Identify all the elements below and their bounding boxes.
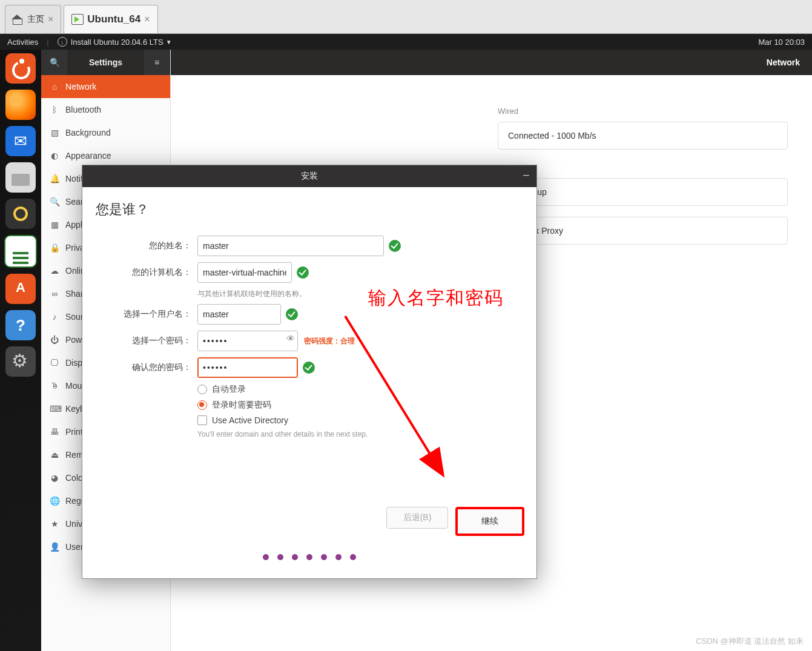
active-directory-label: Use Active Directory [212,415,288,425]
thunderbird-icon[interactable]: ✉ [5,126,36,156]
auto-login-label: 自动登录 [212,384,246,395]
check-icon [297,266,309,279]
require-password-label: 登录时需要密码 [212,400,271,411]
check-icon [389,240,401,252]
vm-tab-home-label: 主页 [27,14,44,25]
radio-checked-icon [197,400,207,410]
continue-button-label: 继续 [481,516,498,527]
wired-section-label: Wired [498,107,788,116]
sidebar-item-icon: ⌨ [50,404,59,414]
sidebar-item-label: Network [65,82,96,91]
password-label: 选择一个密码： [94,335,191,346]
active-directory-hint: You'll enter domain and other details in… [197,430,524,438]
vm-tab-bar: 主页 × Ubuntu_64 × [0,0,812,34]
installer-window: 安装 – 您是谁？ 您的姓名： 您的计算机名： 与其他计算机联络时使用的名称。 … [82,165,537,579]
require-password-radio[interactable]: 登录时需要密码 [197,400,524,411]
hostname-label: 您的计算机名： [94,267,191,278]
sidebar-item-icon: ▧ [50,128,59,137]
firefox-icon[interactable] [5,90,36,120]
ubuntu-logo-icon[interactable] [5,53,36,84]
installer-title: 安装 [301,171,318,182]
check-icon [303,362,315,374]
network-proxy-card[interactable]: Network Proxy [498,217,788,245]
chevron-down-icon[interactable]: ▼ [166,39,172,45]
vm-tab-ubuntu[interactable]: Ubuntu_64 × [64,5,157,33]
vpn-card[interactable]: Not set up [498,178,788,206]
sidebar-item-icon: ᛒ [50,105,59,114]
sidebar-item-icon: 🖶 [50,427,59,437]
sidebar-item-icon: ⌂ [50,82,59,91]
topbar-clock[interactable]: Mar 10 20:03 [758,38,805,47]
sidebar-item-icon: 🔍 [50,197,59,207]
name-input[interactable] [197,236,384,256]
sidebar-item-appearance[interactable]: ◐Appearance [41,144,170,167]
back-button-label: 后退(B) [403,512,432,523]
back-button[interactable]: 后退(B) [386,507,448,529]
settings-icon[interactable] [5,346,36,377]
topbar-app-label[interactable]: Install Ubuntu 20.04.6 LTS [71,38,163,47]
sidebar-item-icon: 🔔 [50,174,59,183]
progress-dots [82,554,536,560]
active-directory-checkbox[interactable]: Use Active Directory [197,415,524,425]
sidebar-item-icon: 🔒 [50,243,59,253]
sidebar-item-icon: ☁ [50,266,59,276]
eye-icon[interactable]: 👁 [286,334,295,343]
gnome-top-bar: Activities | ↓ Install Ubuntu 20.04.6 LT… [0,34,812,50]
password-input[interactable] [197,331,298,351]
sidebar-item-label: Background [65,128,111,137]
ubuntu-software-icon[interactable] [5,274,36,304]
confirm-password-input[interactable] [197,357,298,378]
search-button[interactable]: 🔍 [41,50,68,75]
username-label: 选择一个用户名： [94,309,191,320]
wired-status: Connected - 1000 Mb/s [508,131,596,140]
hamburger-button[interactable]: ≡ [143,50,170,75]
installer-titlebar[interactable]: 安装 – [82,165,536,187]
sidebar-item-icon: ◕ [50,473,59,483]
name-label: 您的姓名： [94,240,191,251]
wired-card[interactable]: Connected - 1000 Mb/s [498,122,788,150]
confirm-password-label: 确认您的密码： [94,362,191,373]
sidebar-item-icon: ◐ [50,151,59,160]
settings-content-title: Network [171,50,812,75]
sidebar-item-icon: ♪ [50,312,59,322]
sidebar-item-icon: ★ [50,519,59,529]
radio-icon [197,385,207,394]
sidebar-item-background[interactable]: ▧Background [41,121,170,144]
sidebar-item-icon: 🖵 [50,358,59,368]
check-icon [286,308,298,320]
sidebar-item-bluetooth[interactable]: ᛒBluetooth [41,98,170,121]
sidebar-item-label: Appearance [65,151,111,160]
rhythmbox-icon[interactable] [5,199,36,229]
hostname-hint: 与其他计算机联络时使用的名称。 [197,289,524,299]
desktop: ✉ 🔍 Settings ≡ ⌂NetworkᛒBluetooth▧Backgr… [0,50,812,651]
sidebar-item-icon: ⏻ [50,335,59,345]
vm-play-icon [71,14,84,25]
libreoffice-icon[interactable] [4,235,37,268]
watermark: CSDN @神即道 道法自然 如来 [696,636,804,647]
ubuntu-dock: ✉ [0,50,41,651]
username-input[interactable] [197,304,281,325]
sidebar-item-icon: ∞ [50,289,59,299]
close-icon[interactable]: × [48,14,53,25]
vm-tab-ubuntu-label: Ubuntu_64 [87,13,140,25]
files-icon[interactable] [5,162,36,193]
hostname-input[interactable] [197,262,292,283]
auto-login-radio[interactable]: 自动登录 [197,384,524,395]
password-strength: 密码强度：合理 [304,336,355,346]
vm-tab-home[interactable]: 主页 × [5,5,61,33]
sidebar-item-icon: ▦ [50,220,59,230]
checkbox-icon [197,415,207,425]
sidebar-item-network[interactable]: ⌂Network [41,75,170,98]
settings-sidebar-header: 🔍 Settings ≡ [41,50,170,75]
installer-heading: 您是谁？ [96,200,524,219]
settings-title: Settings [68,58,143,67]
activities-button[interactable]: Activities [7,38,38,47]
sidebar-item-label: Bluetooth [65,105,101,114]
install-icon: ↓ [58,37,67,47]
minimize-icon[interactable]: – [523,171,529,177]
help-icon[interactable] [5,310,36,340]
sidebar-item-icon: 🖰 [50,381,59,391]
continue-button[interactable]: 继续 [455,507,524,536]
vpn-section-label: VPN [498,163,788,172]
close-icon[interactable]: × [144,14,150,25]
